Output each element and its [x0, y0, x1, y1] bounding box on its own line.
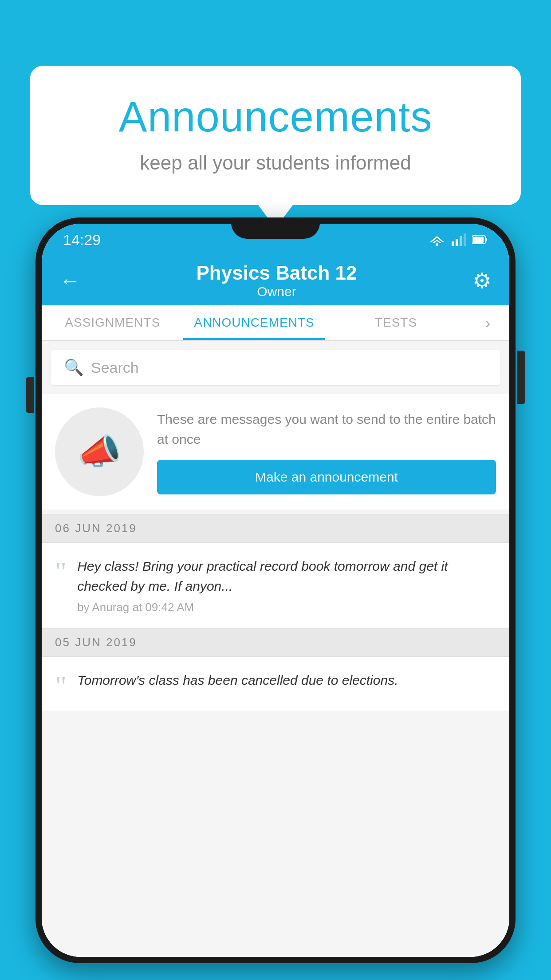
date-divider-1: 06 JUN 2019	[42, 514, 509, 543]
app-header: ← Physics Batch 12 Owner ⚙	[42, 256, 509, 305]
bubble-subtitle: keep all your students informed	[66, 152, 485, 174]
tab-announcements[interactable]: ANNOUNCEMENTS	[183, 305, 325, 340]
speech-bubble-wrapper: Announcements keep all your students inf…	[30, 66, 521, 205]
promo-icon-circle: 📣	[55, 407, 144, 496]
announcement-body-2: Tomorrow's class has been cancelled due …	[77, 670, 496, 695]
announcement-body-1: Hey class! Bring your practical record b…	[77, 556, 496, 614]
date-divider-2: 05 JUN 2019	[42, 628, 509, 657]
content-area: 🔍 Search 📣 These are messages you want t…	[42, 341, 509, 957]
search-bar[interactable]: 🔍 Search	[51, 350, 500, 385]
svg-marker-0	[429, 236, 445, 242]
search-icon: 🔍	[64, 358, 84, 377]
settings-icon[interactable]: ⚙	[472, 268, 492, 293]
svg-rect-4	[456, 239, 458, 246]
megaphone-icon: 📣	[77, 431, 122, 473]
svg-rect-6	[464, 233, 466, 246]
speech-bubble: Announcements keep all your students inf…	[30, 66, 521, 205]
phone-mockup: 14:29	[35, 217, 516, 963]
tab-assignments[interactable]: ASSIGNMENTS	[42, 305, 183, 340]
bubble-title: Announcements	[66, 92, 485, 141]
phone-outer: 14:29	[35, 217, 516, 963]
announcement-meta-1: by Anurag at 09:42 AM	[77, 601, 496, 614]
status-time: 14:29	[63, 231, 101, 249]
wifi-icon	[429, 233, 445, 246]
phone-notch	[231, 217, 320, 239]
promo-right: These are messages you want to send to t…	[157, 409, 496, 494]
svg-rect-3	[452, 241, 454, 246]
phone-screen: ← Physics Batch 12 Owner ⚙ ASSIGNMENTS A…	[42, 256, 509, 957]
svg-rect-5	[460, 236, 462, 246]
battery-icon	[472, 235, 488, 245]
promo-section: 📣 These are messages you want to send to…	[42, 394, 509, 510]
header-center: Physics Batch 12 Owner	[197, 262, 357, 299]
svg-rect-8	[485, 238, 487, 241]
promo-description: These are messages you want to send to t…	[157, 409, 496, 449]
tab-more[interactable]: ›	[467, 305, 509, 340]
back-button[interactable]: ←	[59, 269, 81, 293]
header-title: Physics Batch 12	[197, 262, 357, 284]
announcement-text-1: Hey class! Bring your practical record b…	[77, 556, 496, 596]
tab-tests[interactable]: TESTS	[325, 305, 467, 340]
announcement-text-2: Tomorrow's class has been cancelled due …	[77, 670, 496, 690]
search-placeholder: Search	[91, 359, 139, 376]
phone-inner: 14:29	[42, 224, 509, 957]
announcement-item-1[interactable]: " Hey class! Bring your practical record…	[42, 543, 509, 628]
quote-icon-1: "	[55, 561, 67, 583]
status-icons	[429, 233, 488, 246]
svg-rect-9	[473, 237, 484, 243]
tabs-bar: ASSIGNMENTS ANNOUNCEMENTS TESTS ›	[42, 305, 509, 341]
quote-icon-2: "	[55, 675, 67, 697]
make-announcement-button[interactable]: Make an announcement	[157, 460, 496, 494]
svg-point-2	[436, 243, 438, 246]
signal-icon	[452, 233, 466, 246]
announcement-item-2[interactable]: " Tomorrow's class has been cancelled du…	[42, 657, 509, 711]
header-subtitle: Owner	[197, 284, 357, 299]
